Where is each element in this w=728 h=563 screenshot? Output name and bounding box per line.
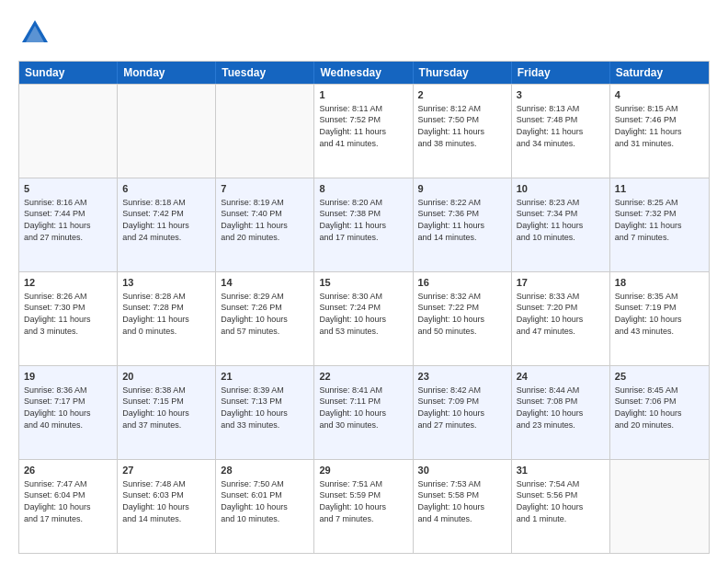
cal-cell-r1-c1: 6Sunrise: 8:18 AM Sunset: 7:42 PM Daylig… <box>118 178 216 271</box>
day-number: 19 <box>24 370 112 384</box>
cal-cell-r2-c0: 12Sunrise: 8:26 AM Sunset: 7:30 PM Dayli… <box>19 272 118 365</box>
cell-info: Sunrise: 8:20 AM Sunset: 7:38 PM Dayligh… <box>319 197 407 243</box>
cell-info: Sunrise: 8:38 AM Sunset: 7:15 PM Dayligh… <box>122 385 210 431</box>
calendar-row-3: 19Sunrise: 8:36 AM Sunset: 7:17 PM Dayli… <box>19 365 709 459</box>
cal-header-monday: Monday <box>118 62 216 84</box>
cal-cell-r2-c6: 18Sunrise: 8:35 AM Sunset: 7:19 PM Dayli… <box>610 272 709 365</box>
cell-info: Sunrise: 7:50 AM Sunset: 6:01 PM Dayligh… <box>221 478 309 524</box>
cell-info: Sunrise: 8:13 AM Sunset: 7:48 PM Dayligh… <box>517 103 605 149</box>
cell-info: Sunrise: 8:45 AM Sunset: 7:06 PM Dayligh… <box>615 385 704 431</box>
cell-info: Sunrise: 8:42 AM Sunset: 7:09 PM Dayligh… <box>418 385 506 431</box>
cell-info: Sunrise: 8:19 AM Sunset: 7:40 PM Dayligh… <box>221 197 309 243</box>
calendar-row-0: 1Sunrise: 8:11 AM Sunset: 7:52 PM Daylig… <box>19 84 709 178</box>
calendar-row-4: 26Sunrise: 7:47 AM Sunset: 6:04 PM Dayli… <box>19 459 709 553</box>
day-number: 16 <box>418 276 506 290</box>
cell-info: Sunrise: 7:51 AM Sunset: 5:59 PM Dayligh… <box>319 478 407 524</box>
day-number: 27 <box>122 464 210 477</box>
day-number: 2 <box>418 88 506 102</box>
cal-cell-r1-c6: 11Sunrise: 8:25 AM Sunset: 7:32 PM Dayli… <box>610 178 709 271</box>
logo <box>18 15 55 53</box>
cal-cell-r1-c4: 9Sunrise: 8:22 AM Sunset: 7:36 PM Daylig… <box>414 178 512 271</box>
day-number: 14 <box>221 276 309 290</box>
calendar-header: SundayMondayTuesdayWednesdayThursdayFrid… <box>19 62 709 84</box>
cell-info: Sunrise: 8:11 AM Sunset: 7:52 PM Dayligh… <box>319 103 407 149</box>
cell-info: Sunrise: 8:41 AM Sunset: 7:11 PM Dayligh… <box>319 385 407 431</box>
cell-info: Sunrise: 8:44 AM Sunset: 7:08 PM Dayligh… <box>517 385 605 431</box>
cal-cell-r0-c5: 3Sunrise: 8:13 AM Sunset: 7:48 PM Daylig… <box>512 85 610 178</box>
cal-cell-r2-c3: 15Sunrise: 8:30 AM Sunset: 7:24 PM Dayli… <box>314 272 413 365</box>
cal-cell-r4-c6 <box>610 460 709 553</box>
day-number: 12 <box>24 276 112 290</box>
day-number: 30 <box>418 464 506 477</box>
day-number: 8 <box>319 182 407 196</box>
day-number: 31 <box>517 464 605 477</box>
cal-cell-r4-c1: 27Sunrise: 7:48 AM Sunset: 6:03 PM Dayli… <box>118 460 216 553</box>
cell-info: Sunrise: 8:39 AM Sunset: 7:13 PM Dayligh… <box>221 385 309 431</box>
cal-cell-r3-c3: 22Sunrise: 8:41 AM Sunset: 7:11 PM Dayli… <box>314 366 413 459</box>
cal-cell-r3-c6: 25Sunrise: 8:45 AM Sunset: 7:06 PM Dayli… <box>610 366 709 459</box>
cell-info: Sunrise: 7:47 AM Sunset: 6:04 PM Dayligh… <box>24 478 112 524</box>
calendar-body: 1Sunrise: 8:11 AM Sunset: 7:52 PM Daylig… <box>19 84 709 553</box>
cell-info: Sunrise: 7:48 AM Sunset: 6:03 PM Dayligh… <box>122 478 210 524</box>
day-number: 24 <box>517 370 605 384</box>
cell-info: Sunrise: 8:32 AM Sunset: 7:22 PM Dayligh… <box>418 291 506 337</box>
day-number: 3 <box>517 88 605 102</box>
cal-cell-r0-c4: 2Sunrise: 8:12 AM Sunset: 7:50 PM Daylig… <box>414 85 512 178</box>
cal-cell-r3-c4: 23Sunrise: 8:42 AM Sunset: 7:09 PM Dayli… <box>414 366 512 459</box>
cell-info: Sunrise: 8:23 AM Sunset: 7:34 PM Dayligh… <box>517 197 605 243</box>
cell-info: Sunrise: 8:26 AM Sunset: 7:30 PM Dayligh… <box>24 291 112 337</box>
cell-info: Sunrise: 8:33 AM Sunset: 7:20 PM Dayligh… <box>517 291 605 337</box>
cell-info: Sunrise: 8:18 AM Sunset: 7:42 PM Dayligh… <box>122 197 210 243</box>
cal-cell-r4-c5: 31Sunrise: 7:54 AM Sunset: 5:56 PM Dayli… <box>512 460 610 553</box>
cell-info: Sunrise: 7:53 AM Sunset: 5:58 PM Dayligh… <box>418 478 506 524</box>
day-number: 26 <box>24 464 112 477</box>
day-number: 1 <box>319 88 407 102</box>
cal-cell-r3-c0: 19Sunrise: 8:36 AM Sunset: 7:17 PM Dayli… <box>19 366 118 459</box>
cal-cell-r3-c1: 20Sunrise: 8:38 AM Sunset: 7:15 PM Dayli… <box>118 366 216 459</box>
day-number: 5 <box>24 182 112 196</box>
day-number: 10 <box>517 182 605 196</box>
day-number: 17 <box>517 276 605 290</box>
day-number: 4 <box>615 88 704 102</box>
day-number: 21 <box>221 370 309 384</box>
cell-info: Sunrise: 8:30 AM Sunset: 7:24 PM Dayligh… <box>319 291 407 337</box>
page: SundayMondayTuesdayWednesdayThursdayFrid… <box>0 0 728 563</box>
cal-cell-r3-c2: 21Sunrise: 8:39 AM Sunset: 7:13 PM Dayli… <box>216 366 314 459</box>
cal-header-sunday: Sunday <box>19 62 118 84</box>
cal-cell-r0-c3: 1Sunrise: 8:11 AM Sunset: 7:52 PM Daylig… <box>314 85 413 178</box>
day-number: 18 <box>615 276 704 290</box>
day-number: 23 <box>418 370 506 384</box>
cal-cell-r0-c1 <box>118 85 216 178</box>
cal-cell-r0-c6: 4Sunrise: 8:15 AM Sunset: 7:46 PM Daylig… <box>610 85 709 178</box>
day-number: 22 <box>319 370 407 384</box>
cal-cell-r4-c3: 29Sunrise: 7:51 AM Sunset: 5:59 PM Dayli… <box>314 460 413 553</box>
calendar: SundayMondayTuesdayWednesdayThursdayFrid… <box>18 61 710 554</box>
cal-cell-r3-c5: 24Sunrise: 8:44 AM Sunset: 7:08 PM Dayli… <box>512 366 610 459</box>
day-number: 20 <box>122 370 210 384</box>
cell-info: Sunrise: 8:12 AM Sunset: 7:50 PM Dayligh… <box>418 103 506 149</box>
cal-header-friday: Friday <box>512 62 610 84</box>
cal-cell-r1-c3: 8Sunrise: 8:20 AM Sunset: 7:38 PM Daylig… <box>314 178 413 271</box>
day-number: 28 <box>221 464 309 477</box>
logo-icon <box>18 17 51 53</box>
cell-info: Sunrise: 8:36 AM Sunset: 7:17 PM Dayligh… <box>24 385 112 431</box>
cal-header-tuesday: Tuesday <box>216 62 314 84</box>
cal-cell-r1-c0: 5Sunrise: 8:16 AM Sunset: 7:44 PM Daylig… <box>19 178 118 271</box>
cal-cell-r2-c5: 17Sunrise: 8:33 AM Sunset: 7:20 PM Dayli… <box>512 272 610 365</box>
cal-cell-r0-c0 <box>19 85 118 178</box>
day-number: 29 <box>319 464 407 477</box>
calendar-row-1: 5Sunrise: 8:16 AM Sunset: 7:44 PM Daylig… <box>19 178 709 271</box>
day-number: 7 <box>221 182 309 196</box>
day-number: 15 <box>319 276 407 290</box>
cal-cell-r4-c4: 30Sunrise: 7:53 AM Sunset: 5:58 PM Dayli… <box>414 460 512 553</box>
cal-header-saturday: Saturday <box>610 62 709 84</box>
cell-info: Sunrise: 8:28 AM Sunset: 7:28 PM Dayligh… <box>122 291 210 337</box>
cal-cell-r1-c2: 7Sunrise: 8:19 AM Sunset: 7:40 PM Daylig… <box>216 178 314 271</box>
cal-cell-r4-c2: 28Sunrise: 7:50 AM Sunset: 6:01 PM Dayli… <box>216 460 314 553</box>
cal-header-wednesday: Wednesday <box>314 62 413 84</box>
cal-cell-r2-c2: 14Sunrise: 8:29 AM Sunset: 7:26 PM Dayli… <box>216 272 314 365</box>
cell-info: Sunrise: 7:54 AM Sunset: 5:56 PM Dayligh… <box>517 478 605 524</box>
cell-info: Sunrise: 8:22 AM Sunset: 7:36 PM Dayligh… <box>418 197 506 243</box>
cal-cell-r2-c4: 16Sunrise: 8:32 AM Sunset: 7:22 PM Dayli… <box>414 272 512 365</box>
day-number: 6 <box>122 182 210 196</box>
